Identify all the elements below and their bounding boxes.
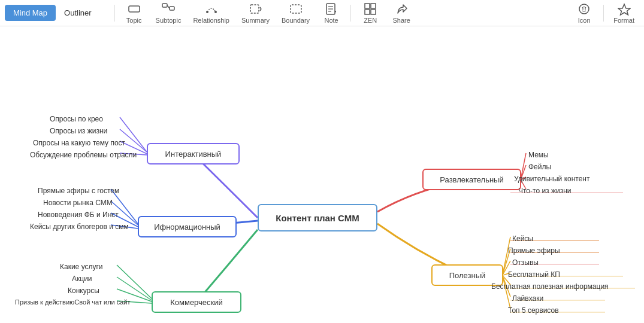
tool-topic[interactable]: Topic (120, 1, 149, 25)
tool-boundary[interactable]: Boundary (277, 1, 315, 25)
leaf-useful-6: Лайвхаки (512, 294, 543, 303)
boundary-icon (289, 2, 303, 16)
svg-line-7 (260, 7, 261, 9)
leaf-interactive-3: Опросы на какую тему пост (33, 139, 125, 147)
svg-rect-15 (371, 4, 376, 8)
svg-rect-17 (371, 10, 376, 14)
tool-format[interactable]: Format (609, 1, 639, 25)
svg-point-19 (582, 8, 583, 10)
svg-rect-14 (365, 4, 370, 8)
format-icon (618, 2, 631, 16)
relationship-icon (205, 2, 218, 16)
tool-note[interactable]: Note (317, 1, 346, 25)
svg-line-8 (260, 9, 261, 11)
tab-outliner[interactable]: Outliner (56, 5, 100, 21)
leaf-commercial-3: Конкурсы (68, 287, 99, 295)
node-center[interactable]: Контент план СММ (258, 204, 377, 231)
leaf-entertain-3: Удивительный контент (514, 175, 590, 183)
divider-2 (350, 5, 351, 22)
tool-summary[interactable]: Summary (237, 1, 274, 25)
svg-line-34 (521, 153, 526, 177)
summary-icon (249, 2, 262, 16)
leaf-interactive-1: Опросы по крео (50, 115, 103, 123)
leaf-useful-3: Отзывы (512, 258, 539, 267)
svg-point-18 (579, 4, 589, 14)
leaf-info-2: Новости рынка СММ (43, 199, 113, 207)
svg-line-30 (117, 265, 152, 298)
leaf-info-3: Нововедения ФБ и Инст (38, 211, 119, 219)
svg-marker-21 (618, 4, 630, 15)
svg-rect-16 (365, 10, 370, 14)
toolbar: Mind Map Outliner Topic Subtopic Relatio… (0, 0, 644, 26)
svg-point-5 (214, 11, 217, 13)
leaf-interactive-2: Опросы из жизни (50, 127, 107, 135)
leaf-info-4: Кейсы других блогеров и смм (30, 223, 129, 231)
note-icon (325, 2, 338, 16)
svg-rect-0 (129, 6, 140, 12)
svg-rect-9 (291, 5, 301, 13)
leaf-commercial-4: Призыв к действиюСвой чат или сайт (15, 298, 131, 306)
tool-zen[interactable]: ZEN (356, 1, 385, 25)
leaf-commercial-1: Какие услуги (60, 263, 103, 271)
icon-tool-icon (578, 2, 591, 16)
leaf-info-1: Прямые эфиры с гостем (38, 187, 119, 195)
tool-share[interactable]: Share (387, 1, 416, 25)
tool-icon[interactable]: Icon (570, 1, 598, 25)
divider-3 (603, 5, 604, 22)
leaf-entertain-1: Мемы (528, 151, 549, 159)
leaf-useful-2: Прямые эфиры (508, 246, 560, 255)
leaf-useful-5: Бесплатная полезная информация (491, 282, 609, 291)
tab-mindmap[interactable]: Mind Map (5, 5, 56, 21)
svg-rect-2 (170, 7, 174, 10)
leaf-useful-7: Топ 5 сервисов (508, 306, 559, 315)
leaf-interactive-4: Обсуждение проблемы отрасли (30, 151, 137, 159)
svg-rect-6 (250, 5, 259, 13)
topic-icon (128, 2, 141, 16)
svg-point-4 (206, 11, 208, 13)
node-commercial[interactable]: Коммерческий (152, 291, 241, 313)
mindmap-canvas: Контент план СММ Интерактивный Опросы по… (0, 26, 644, 323)
node-entertain[interactable]: Развлекательный (422, 169, 521, 190)
tool-subtopic[interactable]: Subtopic (151, 1, 186, 25)
node-interactive[interactable]: Интерактивный (147, 143, 240, 164)
leaf-useful-1: Кейсы (512, 234, 533, 243)
svg-line-31 (117, 277, 152, 300)
zen-icon (364, 2, 377, 16)
leaf-commercial-2: Акции (72, 275, 92, 283)
node-info[interactable]: Ифнормационный (138, 216, 237, 237)
leaf-entertain-4: Что-то из жизни (518, 187, 572, 195)
svg-rect-1 (162, 4, 167, 7)
view-tabs: Mind Map Outliner (5, 5, 100, 21)
divider-1 (114, 5, 115, 22)
subtopic-icon (162, 2, 175, 16)
share-icon (395, 2, 408, 16)
svg-point-20 (585, 8, 586, 10)
leaf-useful-4: Бесплатный КП (508, 270, 560, 279)
leaf-entertain-2: Фейлы (528, 163, 551, 171)
tool-relationship[interactable]: Relationship (188, 1, 234, 25)
